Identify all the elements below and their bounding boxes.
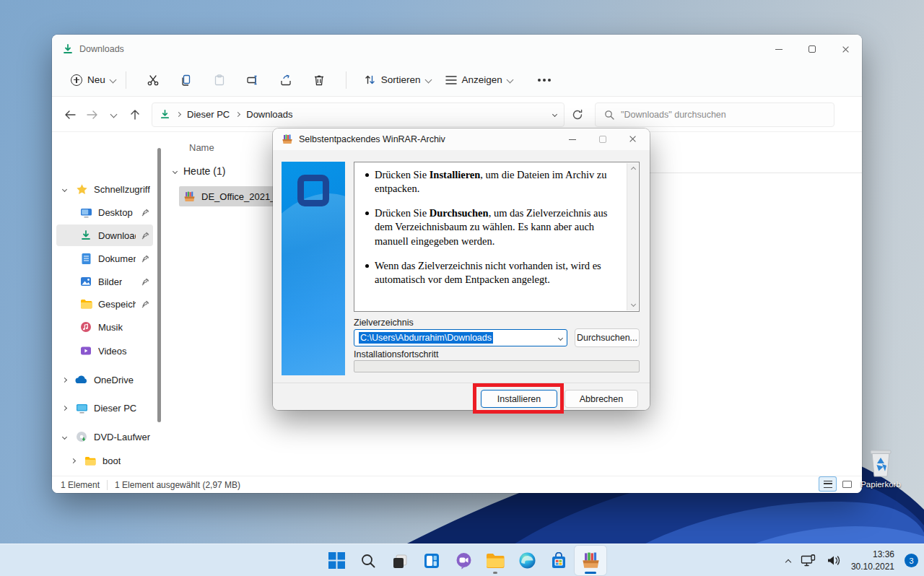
instruction-bullet: Drücken Sie Durchsuchen, um das Zielverz…	[360, 206, 622, 248]
status-divider	[107, 480, 108, 490]
view-icon	[445, 75, 457, 85]
up-button[interactable]	[124, 104, 146, 126]
widgets-button[interactable]	[416, 546, 448, 575]
refresh-button[interactable]	[572, 109, 583, 121]
sidebar-label: Dokumente	[98, 253, 136, 264]
sidebar-label: DVD-Laufwerk (D	[94, 432, 150, 442]
details-view-toggle[interactable]	[819, 476, 837, 492]
cut-button[interactable]	[136, 68, 170, 92]
explorer-addressbar-row: Dieser PC Downloads "Downloads" durchsuc…	[52, 97, 862, 132]
search-icon	[360, 553, 376, 569]
view-button[interactable]: Anzeigen	[438, 74, 520, 85]
thumbnail-view-icon	[842, 481, 852, 488]
taskbar-search-button[interactable]	[352, 546, 384, 575]
sidebar-item-boot[interactable]: boot	[56, 450, 153, 471]
document-icon	[79, 252, 92, 265]
sidebar-item-desktop[interactable]: Desktop	[56, 201, 153, 223]
network-icon[interactable]	[801, 554, 816, 567]
cloud-icon	[75, 373, 88, 386]
search-input[interactable]: "Downloads" durchsuchen	[595, 102, 834, 127]
winrar-app-icon	[581, 551, 601, 570]
winrar-file-icon	[183, 191, 196, 203]
pin-icon	[141, 300, 150, 308]
pc-icon	[75, 401, 88, 414]
start-button[interactable]	[321, 546, 352, 575]
column-header-name[interactable]: Name	[189, 142, 214, 153]
search-placeholder: "Downloads" durchsuchen	[621, 110, 726, 120]
store-button[interactable]	[543, 546, 575, 575]
sidebar-item-schnellzugriff[interactable]: Schnellzugriff	[56, 178, 153, 200]
cancel-button[interactable]: Abbrechen	[565, 390, 638, 408]
sidebar-item-onedrive[interactable]: OneDrive	[56, 369, 153, 390]
target-dir-combobox[interactable]: C:\Users\Abdurrahim\Downloads	[354, 329, 567, 346]
browse-button[interactable]: Durchsuchen...	[575, 328, 640, 347]
breadcrumb-item-downloads[interactable]: Downloads	[246, 109, 292, 120]
dialog-titlebar[interactable]: Selbstentpackendes WinRAR-Archiv	[273, 128, 650, 150]
downloads-folder-icon	[62, 43, 74, 55]
sidebar-item-bilder[interactable]: Bilder	[56, 271, 153, 292]
store-icon	[550, 552, 567, 570]
toolbar-divider	[346, 71, 346, 89]
taskbar-clock[interactable]: 13:36 30.10.2021	[851, 549, 894, 572]
new-button[interactable]: Neu	[71, 74, 116, 86]
refresh-icon	[572, 109, 583, 121]
notification-badge[interactable]: 3	[905, 554, 918, 567]
group-label: Heute (1)	[183, 165, 225, 177]
recycle-bin-icon	[865, 446, 897, 479]
chat-button[interactable]	[448, 546, 479, 575]
clock-time: 13:36	[851, 549, 894, 560]
scroll-up-icon[interactable]	[627, 163, 639, 175]
dialog-minimize-button[interactable]	[557, 128, 588, 150]
recent-locations-button[interactable]	[103, 104, 124, 126]
instruction-bullet: Wenn das Zielverzeichnis nicht vorhanden…	[360, 259, 622, 287]
instruction-bullet: Drücken Sie Installieren, um die Dateien…	[360, 168, 622, 196]
folder-icon	[79, 297, 92, 310]
sidebar-item-gespeicherte[interactable]: Gespeicherte	[56, 293, 153, 315]
delete-button[interactable]	[302, 68, 336, 92]
sidebar-scrollbar[interactable]	[157, 148, 161, 422]
sidebar-item-videos[interactable]: Videos	[56, 340, 153, 362]
back-button[interactable]	[59, 104, 81, 126]
file-explorer-taskbar-button[interactable]	[479, 546, 511, 575]
paste-icon	[213, 74, 226, 87]
explorer-titlebar[interactable]: Downloads	[52, 35, 862, 64]
minimize-button[interactable]	[762, 35, 796, 64]
tray-chevron-up[interactable]	[786, 554, 790, 567]
breadcrumb-item-dieser-pc[interactable]: Dieser PC	[187, 109, 230, 120]
edge-button[interactable]	[511, 546, 543, 575]
dialog-close-button[interactable]	[618, 128, 648, 150]
share-button[interactable]	[269, 68, 302, 92]
sidebar-label: boot	[103, 455, 121, 466]
forward-button[interactable]	[81, 104, 103, 126]
recycle-bin-shortcut[interactable]: Papierkorb	[860, 446, 901, 489]
address-dropdown-icon[interactable]	[552, 112, 557, 117]
pin-icon	[141, 278, 150, 286]
chat-icon	[455, 551, 473, 570]
sidebar-item-dieser-pc[interactable]: Dieser PC	[56, 397, 153, 419]
sidebar-item-musik[interactable]: Musik	[56, 316, 153, 338]
sort-button[interactable]: Sortieren	[357, 74, 438, 86]
pin-icon	[141, 209, 150, 217]
maximize-button[interactable]	[796, 35, 829, 64]
rename-button[interactable]	[236, 68, 269, 92]
sidebar-label: Dieser PC	[94, 403, 136, 414]
scroll-down-icon[interactable]	[627, 298, 639, 310]
thumbnail-view-toggle[interactable]	[838, 476, 856, 492]
volume-icon[interactable]	[827, 554, 841, 567]
sidebar-item-downloads[interactable]: Downloads	[56, 224, 153, 246]
trash-icon	[313, 74, 326, 87]
task-view-button[interactable]	[384, 546, 416, 575]
dialog-maximize-button[interactable]	[588, 128, 618, 150]
sidebar-item-dokumente[interactable]: Dokumente	[56, 248, 153, 269]
more-options-button[interactable]	[523, 68, 556, 92]
close-button[interactable]	[829, 35, 862, 64]
text-scrollbar[interactable]	[627, 163, 638, 310]
breadcrumb[interactable]: Dieser PC Downloads	[152, 102, 565, 127]
breadcrumb-chevron-icon	[176, 112, 181, 117]
winrar-taskbar-button[interactable]	[575, 546, 606, 575]
group-header-heute[interactable]: Heute (1)	[173, 165, 225, 177]
pin-icon	[141, 255, 150, 263]
paste-button[interactable]	[203, 68, 236, 92]
sidebar-item-dvd-laufwerk[interactable]: DVD-Laufwerk (D	[56, 426, 153, 448]
copy-button[interactable]	[170, 68, 203, 92]
